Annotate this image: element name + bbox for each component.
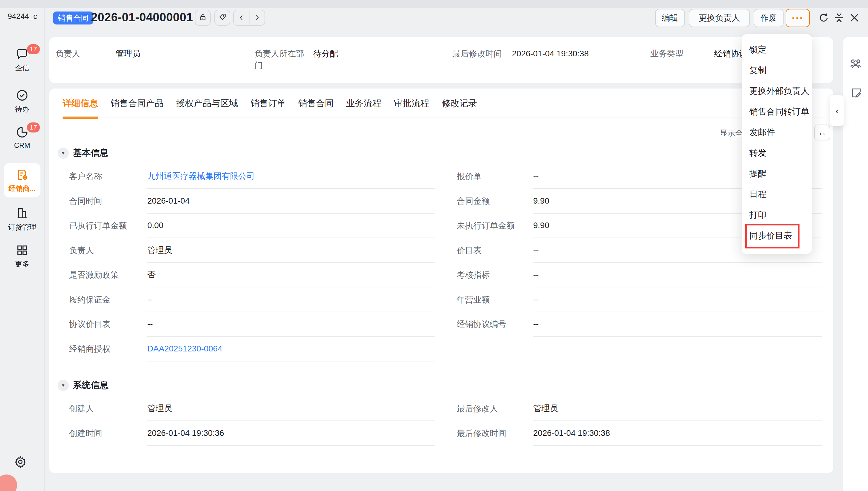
field-label: 创建人	[69, 403, 147, 414]
tab-approval-flow[interactable]: 审批流程	[394, 97, 429, 119]
menu-item-lock[interactable]: 锁定	[741, 39, 812, 60]
store-icon	[16, 206, 29, 220]
field-value: --	[533, 263, 822, 287]
field-value: 否	[147, 263, 435, 287]
window-tab-title: 94244_c	[8, 12, 37, 21]
qixin-unread-badge: 17	[27, 44, 40, 54]
tab-detail-info[interactable]: 详细信息	[63, 97, 98, 119]
tag-icon	[218, 13, 227, 23]
change-owner-button[interactable]: 更换负责人	[689, 9, 750, 27]
field-value: 2026-01-04 19:30:36	[147, 421, 435, 446]
menu-item-contract-to-order[interactable]: 销售合同转订单	[741, 102, 812, 122]
menu-item-forward[interactable]: 转发	[741, 143, 812, 164]
menu-item-send-email[interactable]: 发邮件	[741, 122, 812, 143]
right-utility-panel	[843, 37, 868, 491]
unlock-button[interactable]	[195, 10, 211, 26]
field-value: --	[533, 287, 822, 312]
sidebar-item-crm[interactable]: 17 CRM	[4, 125, 40, 150]
field-label: 年营业额	[457, 294, 533, 306]
field-value: --	[533, 312, 822, 337]
field-row: 创建人 管理员	[69, 396, 435, 421]
field-value: --	[147, 287, 435, 312]
field-row: 客户名称 九州通医疗器械集团有限公司	[69, 164, 435, 189]
show-all-fields-toggle[interactable]: 显示全	[720, 128, 743, 138]
close-icon[interactable]	[847, 11, 862, 25]
collapse-section-icon[interactable]: ▼	[58, 380, 69, 391]
tab-sales-contracts[interactable]: 销售合同	[298, 97, 334, 119]
field-row: 经销商授权 DAA20251230-0064	[69, 337, 435, 362]
sidebar-item-more[interactable]: 更多	[4, 243, 40, 269]
field-label: 已执行订单金额	[69, 220, 147, 231]
section-title-basic: 基本信息	[73, 147, 108, 159]
sidebar-item-todo[interactable]: 待办	[4, 88, 40, 114]
dealer-doc-gear-icon	[16, 168, 29, 181]
field-label: 最后修改时间	[457, 428, 533, 439]
field-row: 负责人 管理员	[69, 238, 435, 263]
field-value: 管理员	[116, 48, 141, 60]
sidebar-item-label: 更多	[15, 259, 29, 269]
edit-button[interactable]: 编辑	[655, 9, 685, 27]
field-label: 价目表	[457, 245, 533, 256]
field-value: 管理员	[147, 238, 435, 263]
field-row: 年营业额 --	[457, 287, 822, 312]
field-label: 创建时间	[69, 428, 147, 439]
field-value: 管理员	[533, 396, 822, 421]
record-pager	[233, 10, 265, 26]
collapse-panel-tab[interactable]: ‹	[830, 95, 844, 126]
sidebar-item-label: 企信	[15, 63, 29, 73]
sidebar-item-qixin[interactable]: 17 企信	[4, 47, 40, 73]
field-label: 负责人	[56, 48, 80, 60]
sidebar-item-dealer[interactable]: 经销商...	[4, 163, 40, 197]
field-row: 最后修改人 管理员	[457, 396, 822, 421]
menu-item-print[interactable]: 打印	[741, 205, 812, 225]
field-value: 管理员	[147, 396, 435, 421]
field-label: 最后修改人	[457, 403, 533, 414]
more-actions-menu: 锁定 复制 更换外部负责人 销售合同转订单 发邮件 转发 提醒 日程 打印 同步…	[741, 34, 812, 254]
settings-gear-icon[interactable]	[13, 455, 27, 469]
collapse-section-icon[interactable]: ▼	[58, 148, 69, 159]
sidebar-item-order-mgmt[interactable]: 订货管理	[4, 206, 40, 232]
floating-assistant-button[interactable]	[0, 474, 17, 491]
window-titlebar	[0, 0, 868, 8]
menu-item-schedule[interactable]: 日程	[741, 184, 812, 205]
record-type-badge: 销售合同	[53, 11, 93, 25]
field-row: 最后修改时间 2026-01-04 19:30:38	[457, 421, 822, 446]
dealer-authorization-link[interactable]: DAA20251230-0064	[147, 337, 435, 362]
menu-item-change-external-owner[interactable]: 更换外部负责人	[741, 81, 812, 102]
customer-name-link[interactable]: 九州通医疗器械集团有限公司	[147, 164, 435, 189]
more-actions-button[interactable]: ···	[786, 9, 810, 27]
sidebar-item-label: 经销商...	[8, 184, 36, 193]
notes-edit-icon[interactable]	[849, 86, 863, 100]
refresh-icon[interactable]	[817, 11, 831, 25]
field-row: 协议价目表 --	[69, 312, 435, 337]
field-row: 合同时间 2026-01-04	[69, 189, 435, 214]
next-record-button[interactable]	[250, 10, 264, 25]
expand-width-button[interactable]: ↔	[814, 124, 830, 140]
invalidate-button[interactable]: 作废	[754, 9, 784, 27]
team-members-icon[interactable]	[849, 58, 862, 71]
tab-sales-orders[interactable]: 销售订单	[250, 97, 286, 119]
record-title: 2026-01-04000001	[91, 11, 193, 24]
field-label: 业务类型	[650, 48, 683, 60]
field-value: 待分配	[313, 48, 338, 60]
field-label: 经销协议编号	[457, 319, 533, 330]
crm-unread-badge: 17	[27, 122, 40, 133]
tag-button[interactable]	[214, 10, 230, 26]
sidebar-item-label: CRM	[14, 141, 30, 150]
field-label: 履约保证金	[69, 294, 147, 306]
tabbar-divider	[63, 117, 825, 117]
menu-item-remind[interactable]: 提醒	[741, 164, 812, 184]
field-row: 履约保证金 --	[69, 287, 435, 312]
field-value: 2026-01-04 19:30:38	[512, 48, 589, 60]
field-value: 2026-01-04	[147, 189, 435, 214]
tab-authorized-products[interactable]: 授权产品与区域	[176, 97, 238, 119]
tab-contract-products[interactable]: 销售合同产品	[110, 97, 164, 119]
collapse-window-icon[interactable]	[832, 11, 846, 25]
field-row: 已执行订单金额 0.00	[69, 213, 435, 238]
field-label: 客户名称	[69, 171, 147, 182]
tab-change-log[interactable]: 修改记录	[442, 97, 477, 119]
field-label: 负责人所在部门	[254, 48, 306, 71]
prev-record-button[interactable]	[234, 10, 250, 25]
tab-business-flow[interactable]: 业务流程	[346, 97, 382, 119]
menu-item-copy[interactable]: 复制	[741, 60, 812, 81]
